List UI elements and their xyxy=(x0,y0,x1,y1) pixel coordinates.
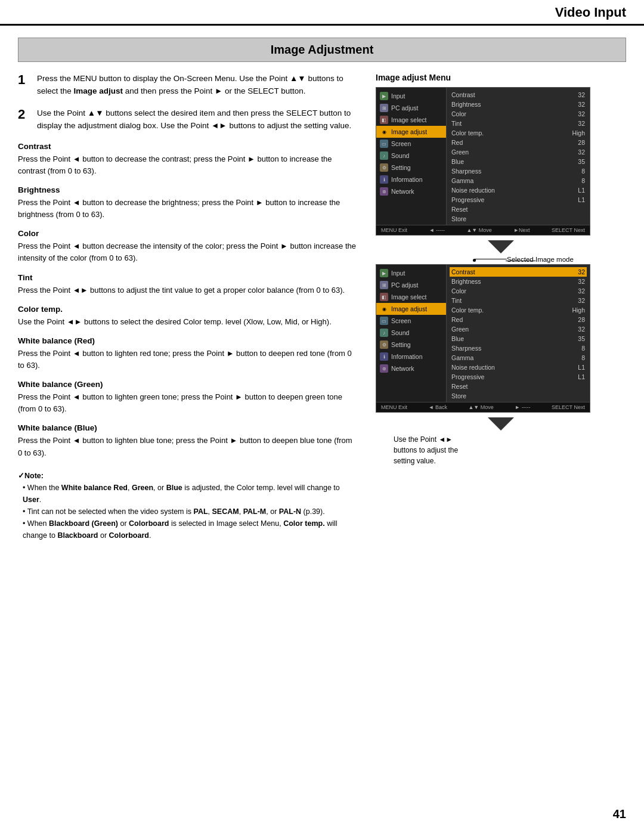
section-title: Image Adjustment xyxy=(18,43,626,57)
osd-footer-menu: MENU Exit xyxy=(381,227,407,233)
step-2-number: 2 xyxy=(18,107,31,132)
osd2-row-colortemp: Color temp.High xyxy=(451,305,585,315)
menu-title: Image adjust Menu xyxy=(376,73,626,82)
osd2-row-brightness: Brightness32 xyxy=(451,277,585,286)
note-title: ✓Note: xyxy=(18,470,358,482)
osd2-info-icon: ℹ xyxy=(380,352,388,361)
mode-dot xyxy=(473,259,476,262)
osd-item-info: ℹ Information xyxy=(376,174,446,185)
osd2-item-screen-label: Screen xyxy=(391,317,411,324)
osd2-row-progressive: ProgressiveL1 xyxy=(451,372,585,382)
osd2-imgadj-icon: ◉ xyxy=(380,305,388,313)
osd-sidebar-1: ▶ Input ⊞ PC adjust ◧ Image select ◉ xyxy=(376,88,447,225)
osd-inner-1: ▶ Input ⊞ PC adjust ◧ Image select ◉ xyxy=(376,88,590,225)
osd-item-imgselect-label: Image select xyxy=(391,116,427,123)
osd-item-pcadjust: ⊞ PC adjust xyxy=(376,102,446,114)
osd-row-store: Store xyxy=(451,214,585,224)
osd2-row-reset: Reset xyxy=(451,382,585,391)
osd-item-input-label: Input xyxy=(391,92,405,100)
osd2-item-setting: ⚙ Setting xyxy=(376,339,446,351)
color-temp-text: Use the Point ◄► buttons to select the d… xyxy=(18,316,358,328)
osd-item-setting: ⚙ Setting xyxy=(376,162,446,174)
contrast-heading: Contrast xyxy=(18,142,358,151)
osd-footer-move: ▲▼ Move xyxy=(466,227,491,233)
osd2-item-pcadjust-label: PC adjust xyxy=(391,281,419,289)
osd2-row-store: Store xyxy=(451,391,585,401)
page-content: Image Adjustment 1 Press the MENU button… xyxy=(0,26,644,553)
osd2-item-screen: ▭ Screen xyxy=(376,315,446,327)
osd2-footer-back: ◄ Back xyxy=(429,404,447,410)
osd-row-red: Red28 xyxy=(451,138,585,147)
osd-item-imgadjust: ◉ Image adjust xyxy=(376,126,446,138)
osd-item-info-label: Information xyxy=(391,176,423,183)
wb-red-heading: White balance (Red) xyxy=(18,336,358,345)
osd2-item-network-label: Network xyxy=(391,365,414,372)
wb-green-text: Press the Point ◄ button to lighten gree… xyxy=(18,391,358,415)
section-title-bar: Image Adjustment xyxy=(18,38,626,62)
osd-item-screen: ▭ Screen xyxy=(376,138,446,150)
color-temp-heading: Color temp. xyxy=(18,305,358,314)
use-point-label: Use the Point ◄►buttons to adjust theset… xyxy=(376,434,626,466)
osd-item-imgadjust-label: Image adjust xyxy=(391,128,427,135)
osd-row-colortemp: Color temp.High xyxy=(451,128,585,138)
osd2-row-gamma: Gamma8 xyxy=(451,353,585,363)
tint-heading: Tint xyxy=(18,273,358,282)
osd2-item-imgselect-label: Image select xyxy=(391,293,427,301)
osd-item-sound: ♪ Sound xyxy=(376,150,446,162)
osd2-input-icon: ▶ xyxy=(380,269,388,277)
osd-screenshot-2: ▶ Input ⊞ PC adjust ◧ Image select ◉ xyxy=(376,264,590,413)
imgsel-icon: ◧ xyxy=(380,116,388,124)
osd2-item-input-label: Input xyxy=(391,270,405,277)
mode-line xyxy=(506,261,535,261)
osd2-item-imgadjust-label: Image adjust xyxy=(391,305,427,312)
osd2-item-imgselect: ◧ Image select xyxy=(376,291,446,303)
input-icon: ▶ xyxy=(380,92,388,100)
osd2-footer-right: ► ----- xyxy=(515,404,530,410)
osd-row-tint: Tint32 xyxy=(451,119,585,128)
osd-item-network-label: Network xyxy=(391,188,414,195)
osd2-item-setting-label: Setting xyxy=(391,341,411,348)
osd2-row-color: Color32 xyxy=(451,286,585,296)
osd2-row-sharpness: Sharpness8 xyxy=(451,343,585,353)
contrast-text: Press the Point ◄ button to decrease the… xyxy=(18,153,358,177)
osd2-screen-icon: ▭ xyxy=(380,317,388,325)
wb-blue-text: Press the Point ◄ button to lighten blue… xyxy=(18,435,358,459)
note-section: ✓Note: When the White balance Red, Green… xyxy=(18,470,358,541)
osd-row-reset: Reset xyxy=(451,205,585,214)
selected-mode-container: Selected Image mode xyxy=(376,256,626,263)
osd2-footer-menu: MENU Exit xyxy=(381,404,407,410)
osd-sidebar-2: ▶ Input ⊞ PC adjust ◧ Image select ◉ xyxy=(376,265,447,402)
osd-footer-1: MENU Exit ◄ ----- ▲▼ Move ►Next SELECT N… xyxy=(376,225,590,235)
info-icon: ℹ xyxy=(380,175,388,184)
mode-line-2 xyxy=(474,259,507,259)
osd2-network-icon: ⊛ xyxy=(380,364,388,373)
step-1-number: 1 xyxy=(18,73,31,98)
osd-inner-2: ▶ Input ⊞ PC adjust ◧ Image select ◉ xyxy=(376,265,590,402)
osd-item-network: ⊛ Network xyxy=(376,185,446,197)
left-column: 1 Press the MENU button to display the O… xyxy=(18,73,358,541)
osd2-pc-icon: ⊞ xyxy=(380,281,388,289)
osd-item-screen-label: Screen xyxy=(391,140,411,147)
osd2-footer-select: SELECT Next xyxy=(552,404,585,410)
osd2-item-sound: ♪ Sound xyxy=(376,327,446,339)
osd2-item-info: ℹ Information xyxy=(376,351,446,363)
arrow-shape-2 xyxy=(488,417,514,431)
osd-content-2: Contrast32 Brightness32 Color32 Tint32 C… xyxy=(447,265,590,402)
arrow-down-2 xyxy=(376,417,626,431)
osd-item-input: ▶ Input xyxy=(376,90,446,102)
osd-row-sharpness: Sharpness8 xyxy=(451,166,585,176)
brightness-text: Press the Point ◄ button to decrease the… xyxy=(18,197,358,221)
page-number: 41 xyxy=(613,807,626,821)
selected-mode-label: Selected Image mode xyxy=(507,256,626,263)
note-list: When the White balance Red, Green, or Bl… xyxy=(18,482,358,541)
screen-icon: ▭ xyxy=(380,140,388,148)
step-2-text: Use the Point ▲▼ buttons select the desi… xyxy=(37,107,358,132)
osd2-footer-move: ▲▼ Move xyxy=(468,404,493,410)
osd2-item-info-label: Information xyxy=(391,353,423,360)
osd-row-blue: Blue35 xyxy=(451,157,585,166)
color-text: Press the Point ◄ button decrease the in… xyxy=(18,240,358,264)
osd-content-1: Contrast32 Brightness32 Color32 Tint32 C… xyxy=(447,88,590,225)
osd-row-green: Green32 xyxy=(451,147,585,157)
osd-footer-2: MENU Exit ◄ Back ▲▼ Move ► ----- SELECT … xyxy=(376,402,590,412)
arrow-down-1 xyxy=(376,240,626,253)
